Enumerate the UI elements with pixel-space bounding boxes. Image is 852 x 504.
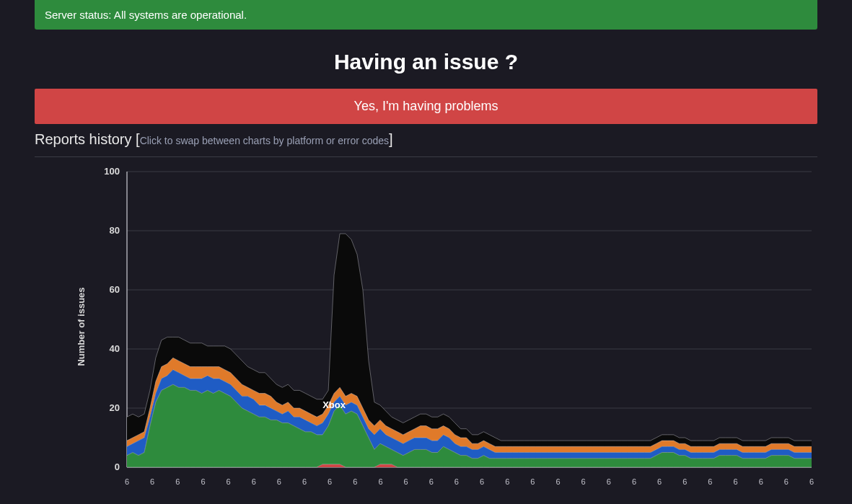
svg-text:6: 6 — [632, 477, 636, 486]
svg-text:6: 6 — [302, 477, 307, 486]
svg-text:6: 6 — [201, 477, 205, 486]
swap-charts-link[interactable]: Click to swap between charts by platform… — [140, 135, 389, 146]
page-heading: Having an issue ? — [35, 50, 817, 74]
svg-text:6: 6 — [328, 477, 332, 486]
status-text: Server status: All systems are operation… — [45, 9, 247, 21]
svg-text:6: 6 — [353, 477, 357, 486]
svg-text:6: 6 — [429, 477, 434, 486]
svg-text:6: 6 — [480, 477, 484, 486]
svg-text:6: 6 — [759, 477, 763, 486]
reports-history-title: Reports history — [35, 131, 132, 147]
svg-text:6: 6 — [454, 477, 459, 486]
svg-text:6: 6 — [555, 477, 560, 486]
divider — [35, 156, 817, 157]
svg-text:6: 6 — [581, 477, 586, 486]
reports-chart: Number of issues 02040608010066666666666… — [35, 164, 817, 489]
svg-text:6: 6 — [252, 477, 256, 486]
svg-text:6: 6 — [657, 477, 662, 486]
svg-text:6: 6 — [404, 477, 408, 486]
svg-text:6: 6 — [125, 477, 129, 486]
svg-text:6: 6 — [277, 477, 281, 486]
svg-text:6: 6 — [227, 477, 231, 486]
svg-text:6: 6 — [784, 477, 789, 486]
svg-text:6: 6 — [708, 477, 712, 486]
svg-text:6: 6 — [733, 477, 737, 486]
y-axis-title: Number of issues — [76, 287, 87, 366]
svg-text:6: 6 — [378, 477, 382, 486]
svg-text:6: 6 — [150, 477, 154, 486]
svg-text:6: 6 — [809, 477, 814, 486]
svg-text:6: 6 — [175, 477, 180, 486]
svg-text:0: 0 — [115, 461, 120, 472]
svg-text:6: 6 — [505, 477, 509, 486]
svg-text:40: 40 — [110, 343, 120, 354]
svg-text:6: 6 — [682, 477, 687, 486]
report-problem-button[interactable]: Yes, I'm having problems — [35, 89, 817, 124]
status-banner: Server status: All systems are operation… — [35, 0, 817, 30]
reports-history-header: Reports history [Click to swap between c… — [35, 131, 817, 148]
svg-text:20: 20 — [110, 402, 120, 413]
bracket-close: ] — [389, 131, 393, 147]
svg-text:6: 6 — [607, 477, 611, 486]
svg-text:100: 100 — [104, 166, 120, 177]
svg-text:Xbox: Xbox — [322, 399, 346, 410]
svg-text:80: 80 — [110, 225, 120, 236]
svg-text:6: 6 — [530, 477, 535, 486]
chart-svg: 0204060801006666666666666666666666666666… — [71, 164, 817, 489]
svg-text:60: 60 — [110, 284, 120, 295]
